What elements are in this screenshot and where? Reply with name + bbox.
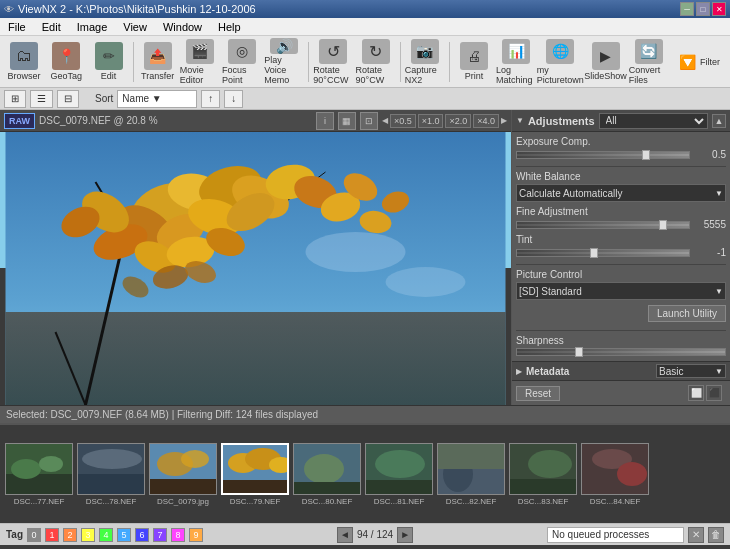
picturetown-icon: 🌐 xyxy=(546,39,574,64)
svg-rect-47 xyxy=(223,480,289,495)
toolbar-movie-editor[interactable]: 🎬 Movie Editor xyxy=(180,39,220,85)
toolbar-capture[interactable]: 📷 Capture NX2 xyxy=(405,39,445,85)
process-close-button[interactable]: ✕ xyxy=(688,527,704,543)
thumbnail-strip[interactable]: DSC...77.NEF DSC...78.NEF DSC_0079.jpg D… xyxy=(0,423,730,523)
thumb-label-80: DSC...80.NEF xyxy=(302,497,353,506)
toolbar-log-matching[interactable]: 📊 Log Matching xyxy=(496,39,536,85)
minimize-button[interactable]: ─ xyxy=(680,2,694,16)
tag-btn-4[interactable]: 4 xyxy=(99,528,113,542)
thumbnail-item-79-selected[interactable]: DSC...79.NEF xyxy=(220,443,290,506)
svg-point-55 xyxy=(375,450,425,478)
menu-image[interactable]: Image xyxy=(73,21,112,33)
metadata-dropdown[interactable]: Basic ▼ xyxy=(656,364,726,378)
zoom-x10[interactable]: ×1.0 xyxy=(418,114,444,128)
menu-window[interactable]: Window xyxy=(159,21,206,33)
trash-button[interactable]: 🗑 xyxy=(708,527,724,543)
status-text: Selected: DSC_0079.NEF (8.64 MB) | Filte… xyxy=(6,409,318,420)
close-button[interactable]: ✕ xyxy=(712,2,726,16)
toolbar-separator-1 xyxy=(133,42,134,82)
tag-btn-2[interactable]: 2 xyxy=(63,528,77,542)
menu-file[interactable]: File xyxy=(4,21,30,33)
toolbar-separator-2 xyxy=(308,42,309,82)
thumb-label-84: DSC...84.NEF xyxy=(590,497,641,506)
thumbnail-item-80[interactable]: DSC...80.NEF xyxy=(292,443,362,506)
paste-icon[interactable]: ⬛ xyxy=(706,385,722,401)
tint-slider-row: -1 xyxy=(516,247,726,258)
toolbar-transfer[interactable]: 📤 Transfer xyxy=(138,39,178,85)
sort-desc-btn[interactable]: ↓ xyxy=(224,90,243,108)
thumbnail-item-82[interactable]: DSC...82.NEF xyxy=(436,443,506,506)
thumbnail-item-77[interactable]: DSC...77.NEF xyxy=(4,443,74,506)
thumbnail-item-0079jpg[interactable]: DSC_0079.jpg xyxy=(148,443,218,506)
exposure-slider[interactable] xyxy=(516,151,690,159)
sharpness-slider[interactable] xyxy=(516,348,726,356)
toolbar-slideshow[interactable]: ▶ SlideShow xyxy=(584,39,627,85)
process-queue-input[interactable] xyxy=(547,527,684,543)
nav-next-button[interactable]: ► xyxy=(397,527,413,543)
movie-editor-icon: 🎬 xyxy=(186,39,214,64)
toolbar-focus-point[interactable]: ◎ Focus Point xyxy=(222,39,262,85)
picture-control-row: Picture Control [SD] Standard ▼ Launch U… xyxy=(516,269,726,324)
toolbar-picturetown[interactable]: 🌐 my Picturetown xyxy=(538,39,582,85)
menu-edit[interactable]: Edit xyxy=(38,21,65,33)
toolbar-convert-label: Convert Files xyxy=(629,65,669,85)
adjustments-filter-dropdown[interactable]: All xyxy=(599,113,708,129)
tag-btn-8[interactable]: 8 xyxy=(171,528,185,542)
svg-rect-43 xyxy=(150,479,217,495)
tag-btn-6[interactable]: 6 xyxy=(135,528,149,542)
zoom-x40[interactable]: ×4.0 xyxy=(473,114,499,128)
view-mode-browser[interactable]: ⊞ xyxy=(4,90,26,108)
tag-btn-0[interactable]: 0 xyxy=(27,528,41,542)
svg-rect-41 xyxy=(78,474,145,495)
toolbar-browser[interactable]: 🗂 Browser xyxy=(4,39,44,85)
zoom-x20[interactable]: ×2.0 xyxy=(445,114,471,128)
view-mode-list[interactable]: ☰ xyxy=(30,90,53,108)
picture-control-dropdown[interactable]: [SD] Standard ▼ xyxy=(516,282,726,300)
toolbar-voice-memo[interactable]: 🔊 Play Voice Memo xyxy=(264,39,304,85)
zoom-fit-button[interactable]: ⊡ xyxy=(360,112,378,130)
info-button[interactable]: i xyxy=(316,112,334,130)
nav-prev-button[interactable]: ◄ xyxy=(337,527,353,543)
copy-icon[interactable]: ⬜ xyxy=(688,385,704,401)
fine-adj-slider[interactable] xyxy=(516,221,690,229)
maximize-button[interactable]: □ xyxy=(696,2,710,16)
reset-button[interactable]: Reset xyxy=(516,386,560,401)
title-controls[interactable]: ─ □ ✕ xyxy=(680,2,726,16)
svg-point-40 xyxy=(82,449,142,469)
panel-scroll-up[interactable]: ▲ xyxy=(712,114,726,128)
menu-bar: File Edit Image View Window Help xyxy=(0,18,730,36)
sort-dropdown[interactable]: Name ▼ xyxy=(117,90,197,108)
thumbnail-item-81[interactable]: DSC...81.NEF xyxy=(364,443,434,506)
histogram-button[interactable]: ▦ xyxy=(338,112,356,130)
toolbar-rotate-ccw[interactable]: ↺ Rotate 90°CCW xyxy=(313,39,353,85)
menu-help[interactable]: Help xyxy=(214,21,245,33)
toolbar-geotag[interactable]: 📍 GeoTag xyxy=(46,39,86,85)
thumb-img-78 xyxy=(77,443,145,495)
svg-point-65 xyxy=(617,462,647,486)
zoom-x05[interactable]: ×0.5 xyxy=(390,114,416,128)
toolbar-convert[interactable]: 🔄 Convert Files xyxy=(629,39,669,85)
nav-count: 94 / 124 xyxy=(357,529,393,540)
launch-utility-button[interactable]: Launch Utility xyxy=(648,305,726,322)
toolbar-filter[interactable]: 🔽 Filter xyxy=(673,39,726,85)
wb-dropdown[interactable]: Calculate Automatically ▼ xyxy=(516,184,726,202)
metadata-section-header[interactable]: ▶ Metadata Basic ▼ xyxy=(512,361,730,381)
menu-view[interactable]: View xyxy=(119,21,151,33)
toolbar-print[interactable]: 🖨 Print xyxy=(454,39,494,85)
title-bar: 👁 ViewNX 2 - K:\Photos\Nikita\Pushkin 12… xyxy=(0,0,730,18)
tag-btn-1[interactable]: 1 xyxy=(45,528,59,542)
tag-btn-5[interactable]: 5 xyxy=(117,528,131,542)
adjustments-title: Adjustments xyxy=(528,115,595,127)
sort-asc-btn[interactable]: ↑ xyxy=(201,90,220,108)
browser-icon: 🗂 xyxy=(10,42,38,70)
toolbar-edit[interactable]: ✏ Edit xyxy=(88,39,128,85)
view-mode-detail[interactable]: ⊟ xyxy=(57,90,79,108)
thumbnail-item-84[interactable]: DSC...84.NEF xyxy=(580,443,650,506)
thumbnail-item-83[interactable]: DSC...83.NEF xyxy=(508,443,578,506)
tag-btn-9[interactable]: 9 xyxy=(189,528,203,542)
tag-btn-3[interactable]: 3 xyxy=(81,528,95,542)
toolbar-rotate-cw[interactable]: ↻ Rotate 90°CW xyxy=(356,39,396,85)
thumbnail-item-78[interactable]: DSC...78.NEF xyxy=(76,443,146,506)
tint-slider[interactable] xyxy=(516,249,690,257)
tag-btn-7[interactable]: 7 xyxy=(153,528,167,542)
